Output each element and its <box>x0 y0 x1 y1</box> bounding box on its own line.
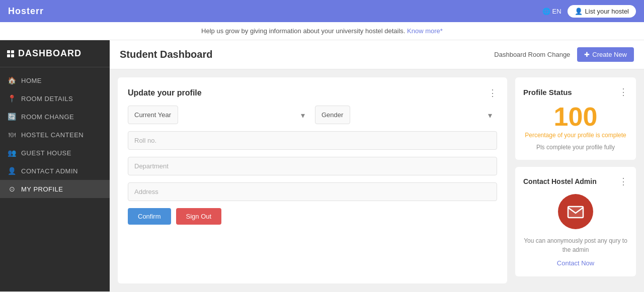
list-hostel-button[interactable]: 👤 List your hostel <box>568 5 636 18</box>
sidebar-item-my-profile[interactable]: ⊙ MY PROFILE <box>0 180 110 198</box>
percent-label: Percentage of your profile is complete <box>523 132 628 139</box>
department-input[interactable] <box>128 157 497 175</box>
sidebar-item-label: CONTACT ADMIN <box>21 167 78 175</box>
signout-button[interactable]: Sign Out <box>176 208 222 225</box>
room-change-icon: 🔄 <box>8 113 16 121</box>
contact-card-header: Contact Hostel Admin ⋮ <box>523 176 628 187</box>
home-icon: 🏠 <box>8 76 16 84</box>
main-body: Update your profile ⋮ Current Year Gende… <box>110 69 644 291</box>
know-more-link[interactable]: Know more* <box>407 27 443 35</box>
breadcrumb[interactable]: Dashboard Room Change <box>494 51 570 58</box>
main-header: Student Dashboard Dashboard Room Change … <box>110 40 644 69</box>
lang-label: EN <box>552 8 561 15</box>
room-details-icon: 📍 <box>8 94 16 103</box>
contact-admin-card: Contact Hostel Admin ⋮ You can anonymous… <box>515 167 636 276</box>
brand-logo: Hosterr <box>8 6 44 17</box>
status-card-header: Profile Status ⋮ <box>523 86 628 98</box>
card-title: Update your profile <box>128 88 202 98</box>
sidebar-item-label: ROOM DETAILS <box>21 95 73 103</box>
main-content: Student Dashboard Dashboard Room Change … <box>110 40 644 291</box>
contact-description: You can anonymously post any qury to the… <box>523 236 628 254</box>
gender-select[interactable]: Gender <box>315 106 350 124</box>
my-profile-icon: ⊙ <box>8 185 16 193</box>
navbar-right: 🌐 EN 👤 List your hostel <box>542 5 636 18</box>
status-more-icon[interactable]: ⋮ <box>619 86 628 98</box>
sidebar-item-guest-house[interactable]: 👥 GUEST HOUSE <box>0 144 110 162</box>
sidebar-item-label: HOSTEL CANTEEN <box>21 131 84 139</box>
info-bar: Help us grow by giving information about… <box>0 22 644 40</box>
language-selector[interactable]: 🌐 EN <box>542 8 561 15</box>
complete-message: Pls complete your profile fully <box>523 144 628 151</box>
card-title-row: Update your profile ⋮ <box>128 87 497 99</box>
mail-icon <box>567 203 585 221</box>
sidebar-item-label: ROOM CHANGE <box>21 113 74 121</box>
confirm-button[interactable]: Confirm <box>128 208 171 225</box>
info-text: Help us grow by giving information about… <box>201 27 405 35</box>
roll-no-input[interactable] <box>128 131 497 150</box>
sidebar-item-label: GUEST HOUSE <box>21 149 71 157</box>
more-options-icon[interactable]: ⋮ <box>488 87 497 99</box>
current-year-wrapper: Current Year <box>128 106 310 124</box>
canteen-icon: 🍽 <box>8 131 16 139</box>
contact-title: Contact Hostel Admin <box>523 177 597 185</box>
percent-value: 100 <box>523 104 628 130</box>
profile-update-card: Update your profile ⋮ Current Year Gende… <box>118 77 507 283</box>
address-input[interactable] <box>128 182 497 201</box>
sidebar-item-home[interactable]: 🏠 HOME <box>0 71 110 89</box>
layout: DASHBOARD 🏠 HOME 📍 ROOM DETAILS 🔄 ROOM C… <box>0 40 644 291</box>
mail-icon-wrapper <box>558 194 593 229</box>
sidebar-item-label: MY PROFILE <box>21 185 63 193</box>
sidebar-item-contact-admin[interactable]: 👤 CONTACT ADMIN <box>0 162 110 180</box>
status-title: Profile Status <box>523 88 572 96</box>
grid-icon <box>7 50 14 57</box>
form-buttons: Confirm Sign Out <box>128 208 497 225</box>
sidebar-item-label: HOME <box>21 77 42 84</box>
sidebar-header: DASHBOARD <box>0 40 110 67</box>
create-new-button[interactable]: ✚ Create New <box>577 47 634 62</box>
person-icon: 👤 <box>575 8 583 15</box>
contact-more-icon[interactable]: ⋮ <box>619 176 628 187</box>
translate-icon: 🌐 <box>542 8 550 15</box>
main-header-right: Dashboard Room Change ✚ Create New <box>494 47 634 62</box>
sidebar-item-hostel-canteen[interactable]: 🍽 HOSTEL CANTEEN <box>0 126 110 144</box>
sidebar: DASHBOARD 🏠 HOME 📍 ROOM DETAILS 🔄 ROOM C… <box>0 40 110 291</box>
svg-rect-0 <box>568 207 583 218</box>
dashboard-label: DASHBOARD <box>18 48 82 59</box>
sidebar-item-room-details[interactable]: 📍 ROOM DETAILS <box>0 89 110 108</box>
plus-icon: ✚ <box>584 51 590 58</box>
contact-now-link[interactable]: Contact Now <box>557 259 594 267</box>
contact-admin-icon: 👤 <box>8 167 16 175</box>
navbar: Hosterr 🌐 EN 👤 List your hostel <box>0 0 644 22</box>
sidebar-item-room-change[interactable]: 🔄 ROOM CHANGE <box>0 108 110 126</box>
form-row-1: Current Year Gender <box>128 106 497 124</box>
right-panel: Profile Status ⋮ 100 Percentage of your … <box>515 77 636 283</box>
page-title: Student Dashboard <box>120 49 212 60</box>
sidebar-nav: 🏠 HOME 📍 ROOM DETAILS 🔄 ROOM CHANGE 🍽 HO… <box>0 67 110 291</box>
current-year-select[interactable]: Current Year <box>128 106 178 124</box>
profile-status-card: Profile Status ⋮ 100 Percentage of your … <box>515 77 636 160</box>
gender-wrapper: Gender <box>315 106 497 124</box>
guest-house-icon: 👥 <box>8 149 16 157</box>
